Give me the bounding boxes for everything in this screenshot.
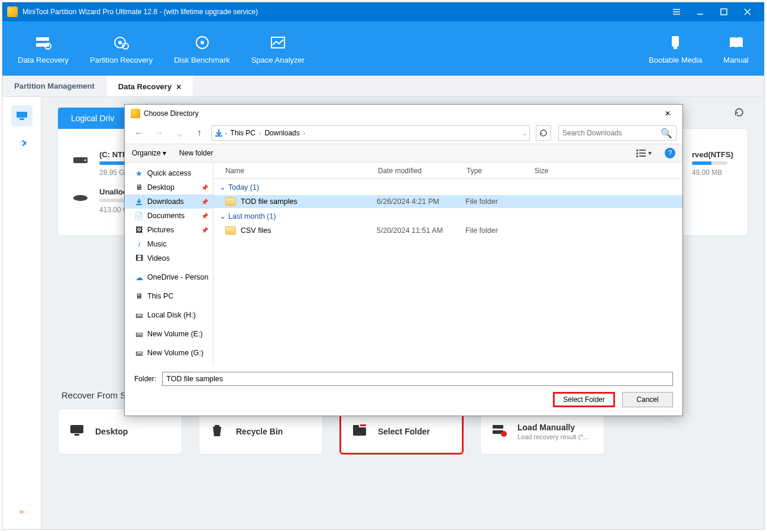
svg-point-14 bbox=[200, 41, 204, 44]
sidebar-settings-button[interactable] bbox=[11, 132, 33, 154]
app-icon bbox=[7, 7, 18, 17]
close-button[interactable] bbox=[736, 2, 759, 21]
column-name[interactable]: Name bbox=[225, 167, 378, 175]
folder-icon bbox=[225, 226, 236, 235]
svg-rect-26 bbox=[353, 425, 359, 429]
svg-point-21 bbox=[85, 160, 86, 161]
tool-label: Disk Benchmark bbox=[174, 56, 230, 64]
tree-documents[interactable]: 📄Documents📌 bbox=[125, 209, 213, 223]
tool-data-recovery[interactable]: Data Recovery bbox=[7, 28, 79, 69]
svg-rect-17 bbox=[674, 47, 677, 49]
tree-quick-access[interactable]: ★Quick access bbox=[125, 166, 213, 180]
tree-desktop[interactable]: 🖥Desktop📌 bbox=[125, 180, 213, 194]
tree-new-volume-e[interactable]: 🖴New Volume (E:) bbox=[125, 327, 213, 341]
folder-name-input[interactable] bbox=[162, 372, 673, 386]
svg-rect-32 bbox=[636, 150, 638, 151]
tool-bootable-media[interactable]: Bootable Media bbox=[638, 28, 713, 69]
left-sidebar: » bbox=[2, 97, 41, 529]
minimize-button[interactable] bbox=[688, 2, 712, 21]
tool-label: Partition Recovery bbox=[90, 56, 153, 64]
column-date[interactable]: Date modified bbox=[378, 167, 467, 175]
nav-refresh-button[interactable] bbox=[536, 125, 551, 141]
dialog-close-button[interactable]: ✕ bbox=[659, 106, 677, 121]
file-row[interactable]: TOD file samples 6/26/2024 4:21 PM File … bbox=[213, 195, 682, 208]
nav-up-button[interactable]: ↑ bbox=[191, 125, 208, 141]
svg-rect-34 bbox=[636, 153, 638, 154]
view-options-button[interactable]: ▾ bbox=[636, 149, 652, 157]
nav-forward-button[interactable]: → bbox=[151, 125, 167, 141]
tab-close-icon[interactable]: × bbox=[176, 82, 181, 92]
tree-downloads[interactable]: Downloads📌 bbox=[125, 194, 213, 209]
search-box[interactable]: 🔍 bbox=[558, 125, 677, 141]
search-icon[interactable]: 🔍 bbox=[661, 128, 672, 139]
navigation-tree[interactable]: ★Quick access 🖥Desktop📌 Downloads📌 📄Docu… bbox=[125, 163, 213, 366]
svg-rect-16 bbox=[672, 36, 679, 47]
column-size[interactable]: Size bbox=[535, 167, 582, 175]
tool-partition-recovery[interactable]: Partition Recovery bbox=[79, 28, 163, 69]
cancel-button[interactable]: Cancel bbox=[622, 392, 673, 407]
videos-icon: 🎞 bbox=[134, 254, 144, 263]
organize-menu[interactable]: Organize ▾ bbox=[132, 149, 166, 157]
onedrive-icon: ☁ bbox=[134, 273, 144, 282]
tool-disk-benchmark[interactable]: Disk Benchmark bbox=[163, 28, 241, 69]
breadcrumb-dropdown-icon[interactable]: ⌄ bbox=[522, 130, 527, 137]
tree-videos[interactable]: 🎞Videos bbox=[125, 251, 213, 265]
tab-bar: Partition Management Data Recovery× bbox=[2, 76, 764, 97]
choose-directory-dialog: Choose Directory ✕ ← → ⌄ ↑ › This PC › D… bbox=[124, 104, 683, 416]
group-last-month[interactable]: Last month (1) bbox=[213, 208, 682, 224]
tree-pictures[interactable]: 🖼Pictures📌 bbox=[125, 223, 213, 237]
pc-icon: 🖥 bbox=[134, 291, 144, 301]
disk-icon: 🖴 bbox=[134, 310, 144, 320]
search-input[interactable] bbox=[562, 129, 661, 137]
tree-onedrive[interactable]: ☁OneDrive - Person bbox=[125, 270, 213, 284]
breadcrumb-segment[interactable]: Downloads bbox=[262, 129, 302, 137]
svg-point-22 bbox=[73, 195, 88, 201]
refresh-button[interactable] bbox=[731, 104, 747, 121]
window-title: MiniTool Partition Wizard Pro Ultimate 1… bbox=[22, 8, 665, 16]
tree-music[interactable]: ♪Music bbox=[125, 237, 213, 251]
space-analyzer-icon bbox=[251, 33, 305, 52]
svg-rect-4 bbox=[721, 9, 727, 15]
bootable-media-icon bbox=[649, 33, 702, 52]
tool-label: Manual bbox=[723, 56, 749, 64]
drive-item-reserved[interactable]: rved(NTFS) 49.00 MB bbox=[692, 150, 733, 177]
nav-recent-button[interactable]: ⌄ bbox=[171, 125, 187, 141]
svg-rect-37 bbox=[639, 155, 646, 157]
menu-button[interactable] bbox=[665, 2, 688, 21]
tab-partition-management[interactable]: Partition Management bbox=[2, 76, 106, 96]
maximize-button[interactable] bbox=[712, 2, 736, 21]
file-row[interactable]: CSV files 5/20/2024 11:51 AM File folder bbox=[213, 224, 682, 237]
svg-point-30 bbox=[501, 431, 507, 437]
dialog-title: Choose Directory bbox=[144, 109, 199, 118]
partition-recovery-icon bbox=[90, 33, 153, 52]
tab-data-recovery[interactable]: Data Recovery× bbox=[106, 76, 193, 96]
tree-local-disk-h[interactable]: 🖴Local Disk (H:) bbox=[125, 308, 213, 322]
breadcrumb[interactable]: › This PC › Downloads › ⌄ bbox=[211, 125, 530, 141]
tool-manual[interactable]: Manual bbox=[713, 28, 759, 69]
new-folder-button[interactable]: New folder bbox=[179, 149, 213, 157]
main-toolbar: Data Recovery Partition Recovery Disk Be… bbox=[2, 21, 764, 76]
pin-icon: 📌 bbox=[201, 184, 208, 191]
svg-rect-33 bbox=[639, 150, 646, 151]
hdd-icon bbox=[72, 187, 91, 205]
help-button[interactable]: ? bbox=[665, 148, 675, 158]
tree-new-volume-g[interactable]: 🖴New Volume (G:) bbox=[125, 346, 213, 360]
column-type[interactable]: Type bbox=[467, 167, 535, 175]
dialog-toolbar: Organize ▾ New folder ▾ ? bbox=[125, 144, 682, 163]
tree-this-pc[interactable]: 🖥This PC bbox=[125, 289, 213, 303]
svg-rect-18 bbox=[17, 112, 27, 118]
disk-icon: 🖴 bbox=[134, 329, 144, 339]
svg-rect-28 bbox=[493, 425, 503, 429]
select-folder-button[interactable]: Select Folder bbox=[553, 392, 615, 407]
pin-icon: 📌 bbox=[201, 227, 208, 233]
sidebar-expand-button[interactable]: » bbox=[11, 501, 33, 522]
logical-drive-tab[interactable]: Logical Driv bbox=[58, 108, 127, 129]
titlebar: MiniTool Partition Wizard Pro Ultimate 1… bbox=[2, 2, 764, 21]
pin-icon: 📌 bbox=[201, 213, 208, 219]
group-today[interactable]: Today (1) bbox=[213, 179, 682, 195]
nav-back-button[interactable]: ← bbox=[131, 125, 147, 141]
svg-rect-31 bbox=[215, 135, 222, 137]
sidebar-drives-button[interactable] bbox=[11, 105, 33, 126]
breadcrumb-segment[interactable]: This PC bbox=[228, 129, 258, 137]
tool-space-analyzer[interactable]: Space Analyzer bbox=[241, 28, 315, 69]
